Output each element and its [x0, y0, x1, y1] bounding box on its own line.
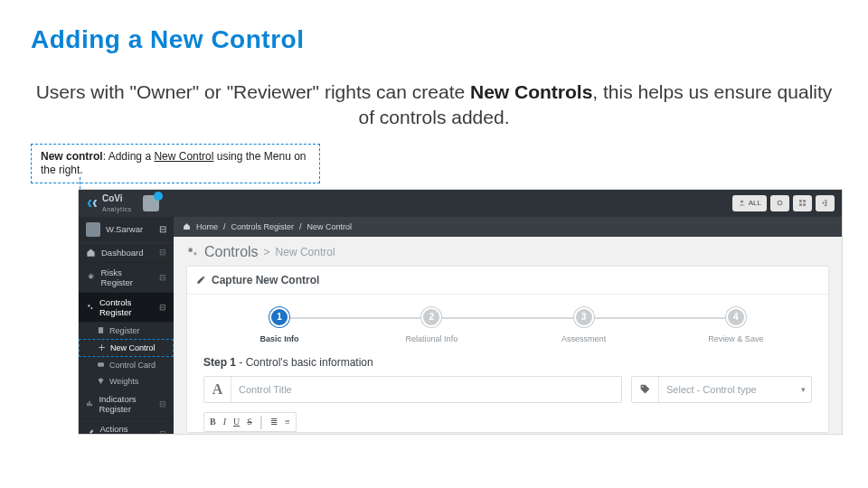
- callout-box: New control: Adding a New Control using …: [31, 144, 320, 183]
- chart-icon: [86, 399, 93, 408]
- rte-strike-button[interactable]: S: [247, 417, 252, 427]
- svg-rect-5: [803, 203, 806, 206]
- sidebar-item-dashboard[interactable]: Dashboard ⊟: [79, 243, 174, 263]
- sidebar: W.Sarwar ⊟ Dashboard ⊟ Risks Register ⊟: [79, 217, 174, 434]
- topbar-action-2[interactable]: [793, 195, 812, 211]
- step-dot-1: 1: [269, 307, 289, 327]
- control-title-field[interactable]: A: [203, 376, 622, 403]
- book-icon: [97, 326, 105, 334]
- step-2[interactable]: 2 Relational Info: [355, 307, 507, 343]
- step-dot-3: 3: [574, 307, 594, 327]
- svg-rect-3: [803, 200, 806, 202]
- sub-label-register: Register: [109, 326, 140, 335]
- topbar-action-1[interactable]: [770, 195, 789, 211]
- sidebar-item-indicators[interactable]: Indicators Register ⊟: [79, 389, 174, 419]
- step-label-2: Relational Info: [406, 334, 458, 343]
- sidebar-user[interactable]: W.Sarwar ⊟: [79, 217, 174, 243]
- svg-rect-4: [799, 203, 802, 206]
- svg-point-1: [778, 201, 782, 205]
- callout-mid-a: : Adding a: [103, 150, 155, 163]
- home-icon: [86, 248, 96, 258]
- card-icon: [97, 361, 105, 369]
- sidebar-item-risks[interactable]: Risks Register ⊟: [79, 263, 174, 293]
- chevron-down-icon: ▾: [796, 385, 811, 394]
- user-name: W.Sarwar: [106, 224, 143, 234]
- filter-chip-all[interactable]: ALL: [732, 195, 767, 211]
- svg-rect-10: [98, 362, 104, 367]
- bc-current: New Control: [307, 222, 353, 231]
- sidebar-item-controls[interactable]: Controls Register ⊟: [79, 293, 174, 323]
- wrench-icon: [86, 428, 94, 435]
- step-1[interactable]: 1 Basic Info: [203, 307, 355, 343]
- subtitle-bold: New Controls: [470, 81, 592, 102]
- bc-controls[interactable]: Controls Register: [231, 222, 295, 231]
- brand-name: CoVi: [102, 193, 123, 203]
- svg-rect-2: [799, 200, 802, 202]
- edit-icon: [196, 275, 206, 285]
- page-title-sep: >: [264, 246, 270, 258]
- step-dot-2: 2: [421, 307, 441, 327]
- rte-bold-button[interactable]: B: [210, 417, 216, 427]
- svg-point-12: [193, 252, 197, 256]
- collapse-icon: ⊟: [159, 399, 166, 408]
- breadcrumb: Home / Controls Register / New Control: [174, 217, 842, 237]
- logo-icon: [86, 197, 99, 210]
- logout-icon: [821, 199, 829, 207]
- rte-list2-button[interactable]: ≡: [285, 417, 290, 427]
- svg-point-0: [741, 201, 743, 203]
- sidebar-label-dashboard: Dashboard: [101, 248, 143, 258]
- svg-point-8: [90, 307, 92, 309]
- step-4[interactable]: 4 Review & Save: [660, 307, 812, 343]
- sub-label-new-control: New Control: [110, 343, 156, 352]
- text-adorn-icon: A: [204, 377, 231, 402]
- collapse-icon: ⊟: [159, 248, 166, 257]
- main-panel: Home / Controls Register / New Control C…: [174, 217, 842, 434]
- bc-sep: /: [223, 222, 226, 231]
- topbar-action-logout[interactable]: [816, 195, 835, 211]
- capture-card: Capture New Control 1 Basic Info 2 Relat…: [186, 266, 829, 433]
- svg-point-11: [188, 248, 193, 252]
- app-screenshot: CoVi Analytics ALL: [78, 189, 843, 435]
- bc-home[interactable]: Home: [196, 222, 218, 231]
- sub-label-control-card: Control Card: [109, 361, 156, 370]
- control-type-placeholder: Select - Control type: [659, 384, 796, 395]
- notification-badge[interactable]: [143, 195, 159, 211]
- step-title-rest: - Control's basic information: [236, 356, 373, 369]
- callout-bold: New control: [41, 150, 103, 163]
- gears-icon: [186, 246, 199, 258]
- sub-item-register[interactable]: Register: [79, 323, 174, 339]
- grid-icon: [798, 199, 807, 207]
- home-icon[interactable]: [183, 222, 191, 230]
- user-collapse-icon: ⊟: [159, 224, 166, 234]
- step-3[interactable]: 3 Assessment: [508, 307, 660, 343]
- svg-rect-9: [99, 327, 103, 333]
- sidebar-label-risks: Risks Register: [101, 267, 155, 287]
- rte-underline-button[interactable]: U: [233, 417, 240, 427]
- control-title-input[interactable]: [231, 377, 621, 402]
- sub-item-weights[interactable]: Weights: [79, 373, 174, 389]
- rte-italic-button[interactable]: I: [223, 417, 226, 427]
- app-logo[interactable]: CoVi Analytics: [86, 193, 132, 213]
- brand-sub: Analytics: [102, 206, 132, 212]
- step-title-bold: Step 1: [203, 356, 236, 369]
- slide-title: Adding a New Control: [31, 25, 837, 54]
- collapse-icon: ⊟: [159, 429, 166, 435]
- sidebar-label-indicators: Indicators Register: [99, 394, 154, 414]
- sidebar-item-actions[interactable]: Actions Register ⊟: [79, 419, 174, 435]
- form-row: A Select - Control type ▾: [187, 376, 828, 412]
- control-type-field[interactable]: Select - Control type ▾: [631, 376, 812, 403]
- plus-icon: [98, 343, 106, 352]
- rte-toolbar: B I U S | ≣ ≡: [187, 412, 828, 432]
- step-label-3: Assessment: [561, 334, 606, 343]
- step-label-4: Review & Save: [708, 334, 763, 343]
- circle-icon: [776, 199, 784, 207]
- rte-list-button[interactable]: ≣: [270, 417, 278, 427]
- sub-label-weights: Weights: [109, 377, 138, 386]
- gear-icon: [86, 272, 96, 282]
- card-title: Capture New Control: [212, 274, 319, 286]
- page-title: Controls > New Control: [174, 237, 842, 266]
- avatar: [86, 222, 100, 237]
- callout-underline: New Control: [154, 150, 213, 163]
- sub-item-control-card[interactable]: Control Card: [79, 357, 174, 373]
- sub-item-new-control[interactable]: New Control: [79, 339, 174, 357]
